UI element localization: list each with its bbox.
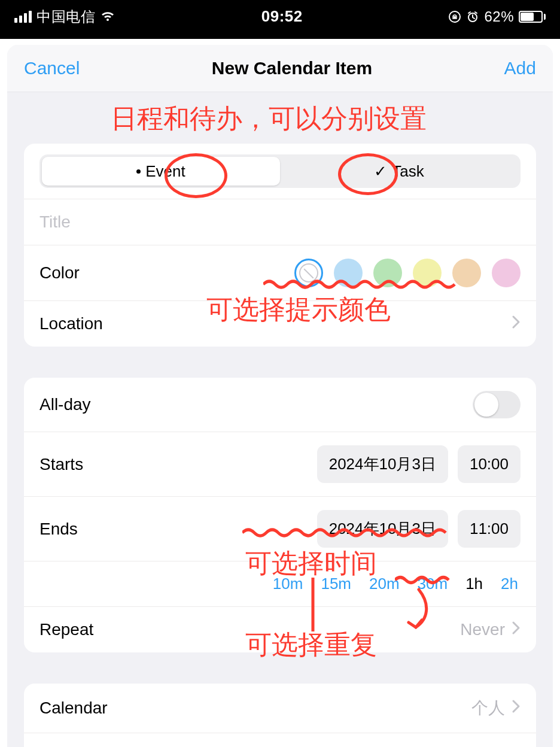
wifi-icon [100, 11, 115, 23]
duration-15m[interactable]: 15m [321, 575, 351, 593]
title-row [24, 199, 536, 245]
repeat-value: Never [460, 620, 505, 639]
signal-icon [14, 11, 32, 23]
color-orange[interactable] [452, 259, 481, 287]
color-pink[interactable] [492, 259, 521, 287]
chevron-right-icon [511, 699, 521, 718]
ends-label: Ends [39, 520, 78, 539]
group-basic: Event ✓ Task Color [24, 144, 536, 347]
color-swatches [294, 259, 521, 287]
color-blue[interactable] [334, 259, 363, 287]
type-segment: Event ✓ Task [39, 154, 521, 188]
color-yellow[interactable] [413, 259, 442, 287]
rotation-lock-icon [448, 10, 461, 23]
new-item-sheet: Cancel New Calendar Item Add Event ✓ Tas… [7, 45, 553, 747]
color-row: Color [24, 245, 536, 300]
duration-presets: 10m 15m 20m 30m 1h 2h [273, 575, 518, 593]
allday-toggle[interactable] [473, 391, 521, 418]
calendar-label: Calendar [39, 699, 108, 718]
calendar-row[interactable]: Calendar 个人 [24, 684, 536, 733]
cancel-button[interactable]: Cancel [24, 58, 80, 78]
duration-30m[interactable]: 30m [418, 575, 448, 593]
svg-rect-1 [454, 16, 456, 19]
duration-1h[interactable]: 1h [465, 575, 483, 593]
sheet-content: Event ✓ Task Color [7, 92, 553, 747]
starts-label: Starts [39, 455, 83, 474]
allday-row: All-day [24, 378, 536, 432]
add-button[interactable]: Add [504, 58, 536, 78]
status-time: 09:52 [261, 7, 303, 26]
color-label: Color [39, 263, 80, 283]
battery-pct: 62% [484, 8, 514, 25]
status-left: 中国电信 [14, 7, 115, 26]
segment-event-label: Event [145, 162, 185, 181]
start-time-picker[interactable]: 10:00 [458, 445, 521, 483]
title-input[interactable] [39, 212, 521, 232]
end-time-picker[interactable]: 11:00 [458, 510, 521, 548]
type-segment-row: Event ✓ Task [24, 144, 536, 199]
repeat-row[interactable]: Repeat Never [24, 606, 536, 652]
duration-row: 10m 15m 20m 30m 1h 2h [24, 561, 536, 606]
battery-icon [519, 11, 546, 23]
page-title: New Calendar Item [212, 58, 372, 78]
color-none[interactable] [294, 259, 323, 287]
start-date-picker[interactable]: 2024年10月3日 [317, 445, 448, 483]
end-date-picker[interactable]: 2024年10月3日 [317, 510, 448, 548]
group-more: Calendar 个人 Attendees 0 [24, 684, 536, 747]
segment-event[interactable]: Event [42, 157, 280, 186]
chevron-right-icon [511, 620, 521, 639]
ends-row: Ends 2024年10月3日 11:00 [24, 496, 536, 561]
carrier-label: 中国电信 [36, 7, 95, 26]
bullet-icon [136, 169, 141, 174]
starts-row: Starts 2024年10月3日 10:00 [24, 432, 536, 496]
location-label: Location [39, 314, 103, 333]
status-right: 62% [448, 8, 546, 25]
duration-20m[interactable]: 20m [369, 575, 400, 593]
calendar-value: 个人 [471, 697, 505, 719]
chevron-right-icon [511, 314, 521, 333]
segment-task[interactable]: ✓ Task [280, 157, 518, 186]
group-time: All-day Starts 2024年10月3日 10:00 Ends 202… [24, 378, 536, 652]
duration-10m[interactable]: 10m [273, 575, 303, 593]
color-green[interactable] [373, 259, 402, 287]
status-bar: 中国电信 09:52 62% [0, 0, 560, 39]
alarm-icon [466, 10, 479, 23]
segment-task-label: Task [392, 162, 424, 181]
sheet-nav: Cancel New Calendar Item Add [7, 45, 553, 92]
repeat-label: Repeat [39, 620, 93, 639]
location-row[interactable]: Location [24, 300, 536, 347]
allday-label: All-day [39, 395, 91, 414]
attendees-row[interactable]: Attendees 0 [24, 733, 536, 747]
duration-2h[interactable]: 2h [501, 575, 518, 593]
check-icon: ✓ [374, 162, 387, 181]
